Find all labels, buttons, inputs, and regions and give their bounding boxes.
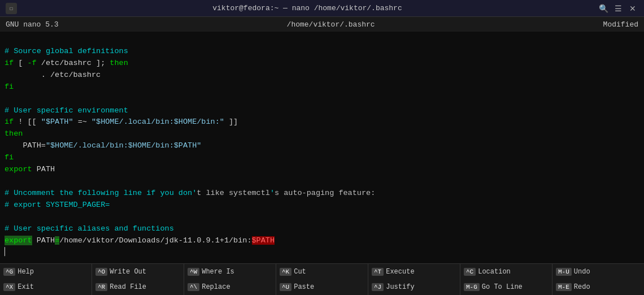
shortcut-label-execute: Execute [386, 268, 414, 276]
shortcut-label-help: Help [18, 268, 34, 276]
shortcut-key-undo: M-U [556, 268, 572, 276]
close-button[interactable]: ✕ [627, 4, 638, 13]
nano-version: GNU nano 5.3 [6, 20, 59, 29]
nano-infobar: GNU nano 5.3 /home/viktor/.bashrc Modifi… [0, 17, 644, 32]
shortcut-key-help: ^G [3, 268, 15, 276]
shortcut-label-paste: Paste [294, 283, 314, 291]
editor-cursor-line: ▏ [5, 248, 9, 257]
shortcut-label-whereis: Where Is [202, 268, 234, 276]
editor-line-1: # Source global definitions [5, 47, 128, 55]
shortcut-writeout: ^O Write Out [92, 268, 184, 276]
shortcut-label-readfile: Read File [110, 283, 146, 291]
editor-line-17: export PATH=/home/viktor/Downloads/jdk-1… [5, 236, 275, 245]
shortcut-key-exit: ^X [3, 283, 15, 291]
editor-line-13: # Uncomment the following line if you do… [5, 189, 375, 197]
shortcut-paste: ^U Paste [276, 283, 368, 291]
editor-line-14: # export SYSTEMD_PAGER= [5, 201, 110, 209]
shortcut-label-exit: Exit [18, 283, 34, 291]
shortcut-key-gotoline: M-G [464, 283, 480, 291]
shortcut-redo: M-E Redo [552, 283, 644, 291]
titlebar: ◻ viktor@fedora:~ — nano /home/viktor/.b… [0, 0, 644, 17]
shortcut-cut: ^K Cut [276, 268, 368, 276]
shortcut-key-whereis: ^W [188, 268, 199, 276]
window-title: viktor@fedora:~ — nano /home/viktor/.bas… [17, 4, 598, 12]
shortcut-key-justify: ^J [372, 283, 384, 291]
shortcut-label-justify: Justify [386, 283, 414, 291]
editor-line-4: fi [5, 83, 14, 91]
menu-button[interactable]: ☰ [612, 4, 624, 13]
shortcut-gotoline: M-G Go To Line [460, 283, 552, 291]
window-controls[interactable]: 🔍 ☰ ✕ [598, 4, 638, 13]
shortcut-key-cut: ^K [280, 268, 291, 276]
shortcut-readfile: ^R Read File [92, 283, 184, 291]
shortcut-label-redo: Redo [574, 283, 590, 291]
shortcut-row-1: ^G Help ^O Write Out ^W Where Is ^K Cut … [0, 263, 644, 280]
app-icon: ◻ [6, 3, 17, 14]
editor-area[interactable]: # Source global definitions if [ -f /etc… [0, 32, 644, 263]
shortcut-key-replace: ^\ [188, 283, 199, 291]
shortcut-label-location: Location [478, 268, 511, 276]
search-button[interactable]: 🔍 [598, 4, 609, 13]
shortcut-key-location: ^C [464, 268, 476, 276]
shortcut-bar: ^G Help ^O Write Out ^W Where Is ^K Cut … [0, 263, 644, 295]
editor-line-16: # User specific aliases and functions [5, 224, 174, 233]
shortcut-label-writeout: Write Out [110, 268, 146, 276]
editor-line-8: then [5, 129, 23, 138]
shortcut-label-undo: Undo [574, 268, 590, 276]
shortcut-whereis: ^W Where Is [184, 268, 276, 276]
shortcut-location: ^C Location [460, 268, 552, 276]
shortcut-undo: M-U Undo [552, 268, 644, 276]
file-path: /home/viktor/.bashrc [59, 20, 603, 29]
shortcut-key-paste: ^U [280, 283, 291, 291]
titlebar-left: ◻ [6, 3, 17, 14]
editor-line-7: if ! [[ "$PATH" =~ "$HOME/.local/bin:$HO… [5, 118, 238, 126]
shortcut-key-writeout: ^O [95, 268, 107, 276]
shortcut-row-2: ^X Exit ^R Read File ^\ Replace ^U Paste… [0, 280, 644, 296]
editor-line-9: PATH="$HOME/.local/bin:$HOME/bin:$PATH" [5, 141, 201, 150]
shortcut-key-redo: M-E [556, 283, 572, 291]
editor-line-2: if [ -f /etc/bashrc ]; then [5, 59, 128, 67]
shortcut-exit: ^X Exit [0, 283, 92, 291]
shortcut-label-gotoline: Go To Line [482, 283, 523, 291]
editor-line-3: . /etc/bashrc [5, 71, 101, 79]
editor-line-10: fi [5, 153, 14, 162]
shortcut-label-cut: Cut [294, 268, 306, 276]
shortcut-key-readfile: ^R [95, 283, 107, 291]
shortcut-justify: ^J Justify [368, 283, 460, 291]
modified-status: Modified [603, 20, 638, 29]
shortcut-help: ^G Help [0, 268, 92, 276]
shortcut-execute: ^T Execute [368, 268, 460, 276]
shortcut-replace: ^\ Replace [184, 283, 276, 291]
editor-line-6: # User specific environment [5, 106, 128, 115]
editor-line-11: export PATH [5, 165, 55, 173]
shortcut-key-execute: ^T [372, 268, 384, 276]
shortcut-label-replace: Replace [202, 283, 230, 291]
